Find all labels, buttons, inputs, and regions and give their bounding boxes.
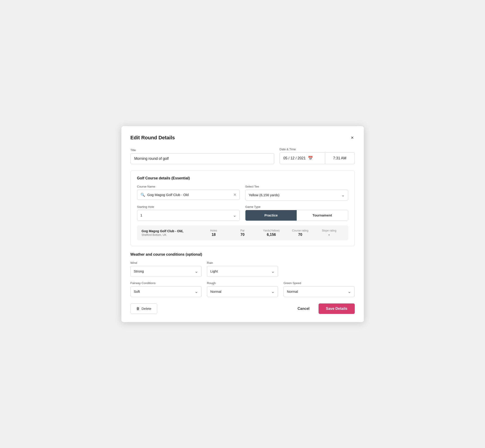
trash-icon: 🗑 xyxy=(136,307,140,311)
course-section-title: Golf Course details (Essential) xyxy=(137,176,348,180)
starting-hole-value: 1 xyxy=(140,213,142,217)
title-field-group: Title xyxy=(130,148,274,164)
select-tee-value: Yellow (6,156 yards) xyxy=(249,193,279,197)
course-info-name: Gog Magog Golf Club - Old, Shelford Bott… xyxy=(142,229,199,237)
starting-hole-gametype-row: Starting Hole 1 ⌄ Game Type Practice Tou… xyxy=(137,205,348,221)
starting-hole-field: Starting Hole 1 ⌄ xyxy=(137,205,240,221)
rating-label: Course rating xyxy=(286,229,315,232)
starting-hole-dropdown[interactable]: 1 ⌄ xyxy=(137,210,240,221)
course-stat-rating: Course rating 70 xyxy=(286,229,315,237)
fairway-dropdown[interactable]: Soft ⌄ xyxy=(130,286,202,297)
course-details-section: Golf Course details (Essential) Course N… xyxy=(130,170,355,246)
rain-label: Rain xyxy=(207,261,278,264)
edit-round-modal: Edit Round Details × Title Date & Time 0… xyxy=(121,126,364,322)
title-input[interactable] xyxy=(130,153,274,164)
fairway-value: Soft xyxy=(134,289,140,293)
title-label: Title xyxy=(130,148,274,152)
modal-header: Edit Round Details × xyxy=(130,134,355,141)
holes-label: Holes xyxy=(199,229,228,232)
modal-title: Edit Round Details xyxy=(130,135,175,141)
course-stat-slope: Slope rating - xyxy=(315,229,344,237)
rough-value: Normal xyxy=(210,289,221,293)
cancel-button[interactable]: Cancel xyxy=(294,304,313,314)
yards-label: Yards(Yellow) xyxy=(257,229,286,232)
conditions-section: Weather and course conditions (optional)… xyxy=(130,252,355,297)
game-type-toggle: Practice Tournament xyxy=(245,210,348,221)
rain-dropdown[interactable]: Light ⌄ xyxy=(207,266,278,277)
delete-button[interactable]: 🗑 Delete xyxy=(130,304,157,314)
par-label: Par xyxy=(228,229,257,232)
green-speed-label: Green Speed xyxy=(283,281,355,285)
course-info-name-text: Gog Magog Golf Club - Old, xyxy=(142,229,199,233)
tournament-button[interactable]: Tournament xyxy=(297,210,348,221)
course-stat-holes: Holes 18 xyxy=(199,229,228,237)
course-stat-yards: Yards(Yellow) 6,156 xyxy=(257,229,286,237)
course-name-label: Course Name xyxy=(137,185,240,188)
datetime-group: 05 / 12 / 2021 📅 7:31 AM xyxy=(280,152,355,164)
time-input[interactable]: 7:31 AM xyxy=(325,152,355,164)
rough-label: Rough xyxy=(207,281,278,285)
time-value: 7:31 AM xyxy=(333,156,347,160)
course-stat-par: Par 70 xyxy=(228,229,257,237)
search-icon: 🔍 xyxy=(140,192,145,197)
course-info-location: Shelford Bottom, UK xyxy=(142,233,199,237)
date-input[interactable]: 05 / 12 / 2021 📅 xyxy=(280,152,325,164)
fairway-field: Fairway Conditions Soft ⌄ xyxy=(130,281,202,297)
slope-label: Slope rating xyxy=(315,229,344,232)
save-button[interactable]: Save Details xyxy=(319,304,355,314)
rain-field: Rain Light ⌄ xyxy=(207,261,278,277)
game-type-label: Game Type xyxy=(245,205,348,208)
course-name-tee-row: Course Name 🔍 Gog Magog Golf Club - Old … xyxy=(137,185,348,200)
right-buttons: Cancel Save Details xyxy=(294,304,355,314)
date-value: 05 / 12 / 2021 xyxy=(283,156,306,160)
chevron-wind-icon: ⌄ xyxy=(195,269,198,274)
delete-label: Delete xyxy=(142,307,151,311)
starting-hole-label: Starting Hole xyxy=(137,205,240,208)
green-speed-field: Green Speed Normal ⌄ xyxy=(283,281,355,297)
wind-rain-row: Wind Strong ⌄ Rain Light ⌄ xyxy=(130,261,355,277)
clear-course-icon[interactable]: ✕ xyxy=(233,192,236,197)
rating-value: 70 xyxy=(286,233,315,237)
chevron-rain-icon: ⌄ xyxy=(271,269,275,274)
course-info-bar: Gog Magog Golf Club - Old, Shelford Bott… xyxy=(137,225,348,240)
select-tee-dropdown[interactable]: Yellow (6,156 yards) ⌄ xyxy=(245,190,348,200)
wind-value: Strong xyxy=(134,269,144,273)
course-name-field: Course Name 🔍 Gog Magog Golf Club - Old … xyxy=(137,185,240,200)
chevron-rough-icon: ⌄ xyxy=(271,289,275,294)
chevron-fairway-icon: ⌄ xyxy=(195,289,198,294)
rough-dropdown[interactable]: Normal ⌄ xyxy=(207,286,278,297)
select-tee-field: Select Tee Yellow (6,156 yards) ⌄ xyxy=(245,185,348,200)
green-speed-value: Normal xyxy=(287,289,298,293)
chevron-down-icon-2: ⌄ xyxy=(233,213,236,218)
chevron-down-icon: ⌄ xyxy=(341,192,345,198)
chevron-green-icon: ⌄ xyxy=(348,289,351,294)
conditions-title: Weather and course conditions (optional) xyxy=(130,252,355,256)
yards-value: 6,156 xyxy=(257,233,286,237)
green-speed-dropdown[interactable]: Normal ⌄ xyxy=(283,286,355,297)
slope-value: - xyxy=(315,233,344,237)
fairway-label: Fairway Conditions xyxy=(130,281,202,285)
holes-value: 18 xyxy=(199,233,228,237)
course-name-input[interactable]: 🔍 Gog Magog Golf Club - Old ✕ xyxy=(137,190,240,200)
calendar-icon: 📅 xyxy=(308,156,313,161)
close-button[interactable]: × xyxy=(350,134,355,141)
datetime-field-group: Date & Time 05 / 12 / 2021 📅 7:31 AM xyxy=(280,147,355,164)
datetime-label: Date & Time xyxy=(280,147,355,151)
course-name-value: Gog Magog Golf Club - Old xyxy=(147,193,189,197)
practice-button[interactable]: Practice xyxy=(245,210,297,221)
rain-value: Light xyxy=(210,269,218,273)
wind-dropdown[interactable]: Strong ⌄ xyxy=(130,266,202,277)
wind-field: Wind Strong ⌄ xyxy=(130,261,202,277)
fairway-rough-green-row: Fairway Conditions Soft ⌄ Rough Normal ⌄… xyxy=(130,281,355,297)
bottom-bar: 🗑 Delete Cancel Save Details xyxy=(130,304,355,314)
game-type-field: Game Type Practice Tournament xyxy=(245,205,348,221)
rough-field: Rough Normal ⌄ xyxy=(207,281,278,297)
wind-label: Wind xyxy=(130,261,202,264)
par-value: 70 xyxy=(228,233,257,237)
title-datetime-row: Title Date & Time 05 / 12 / 2021 📅 7:31 … xyxy=(130,147,355,164)
select-tee-label: Select Tee xyxy=(245,185,348,188)
